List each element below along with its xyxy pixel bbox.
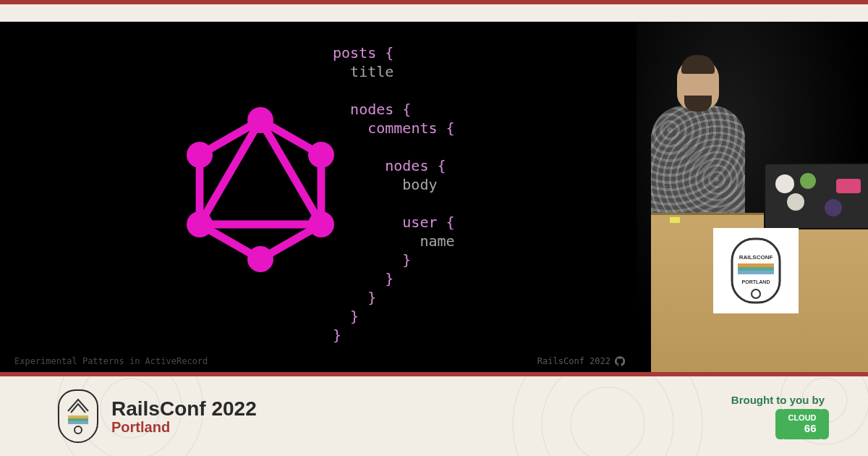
main-content-row: posts { title nodes { comments { nodes {… (0, 22, 868, 372)
svg-rect-11 (738, 271, 774, 274)
sponsor-number: 66 (788, 422, 816, 434)
speaker-camera-panel: RAILSCONF PORTLAND (637, 22, 868, 372)
svg-marker-1 (200, 120, 321, 224)
slide-footer-talk-title: Experimental Patterns in ActiveRecord (14, 356, 208, 366)
svg-point-4 (308, 211, 334, 237)
svg-point-5 (247, 246, 273, 272)
laptop-sticker (800, 173, 816, 189)
svg-point-3 (308, 142, 334, 168)
footer-bar: RailsConf 2022 Portland Brought to you b… (0, 376, 868, 456)
laptop-sticker (825, 199, 842, 216)
svg-point-16 (75, 426, 82, 434)
tape-marker (670, 217, 680, 223)
svg-rect-10 (738, 267, 774, 271)
sponsor-name: CLOUD (788, 413, 816, 422)
github-icon (615, 356, 625, 366)
svg-rect-13 (68, 415, 88, 418)
podium-sign-title: RAILSCONF (739, 254, 773, 261)
svg-rect-14 (68, 418, 88, 421)
podium-sign-location: PORTLAND (742, 279, 770, 284)
sponsor-block: Brought to you by CLOUD 66 (731, 394, 825, 439)
svg-rect-15 (68, 421, 88, 424)
laptop-lid (764, 163, 868, 229)
speaker-head (677, 58, 719, 110)
presentation-slide: posts { title nodes { comments { nodes {… (0, 22, 637, 372)
svg-point-12 (752, 290, 760, 298)
conference-title: RailsConf 2022 (111, 397, 257, 421)
graphql-logo-icon (174, 103, 347, 276)
conference-logo-icon (58, 389, 98, 443)
svg-point-7 (187, 142, 213, 168)
podium: RAILSCONF PORTLAND (651, 213, 868, 372)
podium-sign: RAILSCONF PORTLAND (713, 228, 799, 313)
svg-point-6 (187, 211, 213, 237)
svg-point-2 (247, 107, 273, 133)
conference-branding: RailsConf 2022 Portland (58, 389, 257, 443)
laptop-sticker (836, 179, 861, 193)
graphql-query-code: posts { title nodes { comments { nodes {… (333, 43, 455, 345)
speaker-torso (651, 106, 745, 229)
laptop-sticker (775, 174, 794, 193)
slide-footer-conf-text: RailsConf 2022 (537, 356, 610, 366)
conference-location: Portland (111, 419, 257, 436)
sponsor-logo-badge: CLOUD 66 (780, 409, 825, 439)
svg-rect-9 (738, 263, 774, 267)
header-strip (0, 4, 868, 22)
laptop-sticker (787, 193, 804, 211)
slide-footer-conf: RailsConf 2022 (537, 356, 625, 366)
sponsor-leadin: Brought to you by (731, 394, 825, 406)
